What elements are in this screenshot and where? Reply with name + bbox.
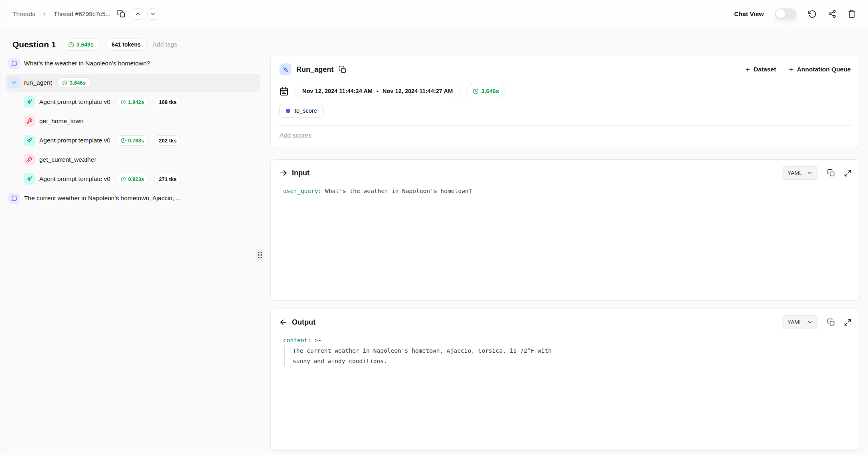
tree-node-tool-call[interactable]: get_home_town — [0, 112, 270, 131]
clock-icon — [473, 88, 479, 94]
trace-tree-panel: Question 1 3.649s 641 tokens Add tags — [0, 28, 270, 455]
tree-node-run-agent[interactable]: run_agent 3.646s — [6, 74, 260, 91]
tree-node-label: get_home_town — [39, 118, 83, 125]
run-detail-panel: Run_agent + Dataset + Annotation Queue — [270, 28, 868, 455]
arrow-right-icon — [279, 169, 287, 177]
chat-view-toggle[interactable] — [775, 8, 797, 19]
panel-resize-handle[interactable] — [256, 250, 263, 260]
clock-icon — [121, 138, 126, 143]
input-yaml-content: user_query: What's the weather in Napole… — [283, 186, 851, 196]
breadcrumb-threads-link[interactable]: Threads — [12, 10, 35, 18]
delete-button[interactable] — [848, 10, 856, 18]
chat-view-label: Chat View — [734, 10, 764, 18]
output-yaml-content: content: >- The current weather in Napol… — [283, 335, 851, 366]
node-duration-badge: 3.646s — [57, 77, 91, 88]
run-header: Run_agent + Dataset + Annotation Queue — [271, 55, 860, 75]
copy-output-button[interactable] — [827, 318, 835, 326]
question-tokens-badge: 641 tokens — [105, 39, 146, 51]
tree-connector — [14, 89, 14, 95]
add-scores-placeholder[interactable]: Add scores — [271, 126, 860, 146]
node-duration-value: 1.942s — [128, 99, 144, 105]
format-select-value: YAML — [787, 319, 802, 325]
plus-icon: + — [789, 66, 793, 73]
calendar-icon — [279, 87, 289, 96]
expand-output-button[interactable] — [844, 319, 852, 326]
tree-connector — [29, 166, 29, 173]
add-to-annotation-queue-button[interactable]: + Annotation Queue — [789, 66, 851, 73]
breadcrumb: Threads Thread #6299c7c5... — [12, 8, 158, 20]
app-window: Threads Thread #6299c7c5... — [0, 0, 868, 455]
run-time-row: Nov 12, 2024 11:44:24 AM - Nov 12, 2024 … — [271, 84, 860, 98]
run-title: Run_agent — [296, 65, 334, 74]
run-summary-card: Run_agent + Dataset + Annotation Queue — [270, 55, 860, 148]
chevron-down-icon — [150, 11, 156, 17]
node-tokens-badge: 271 tks — [154, 174, 181, 184]
sparkles-icon — [24, 96, 35, 108]
breadcrumb-chevron-icon — [42, 11, 47, 17]
run-tags-row: to_score — [271, 104, 860, 118]
tree-node-label: get_current_weather — [39, 156, 96, 163]
tree-node-assistant-message[interactable]: The current weather in Napoleon's hometo… — [0, 189, 270, 208]
copy-icon — [338, 65, 346, 73]
run-duration-badge: 3.646s — [466, 84, 505, 98]
yaml-separator: : — [318, 188, 325, 194]
output-format-select[interactable]: YAML — [782, 315, 818, 329]
refresh-button[interactable] — [808, 10, 817, 18]
tag-label: to_score — [295, 108, 317, 114]
input-card: Input YAML — [270, 159, 860, 301]
tree-node-llm-call[interactable]: Agent prompt template v0 0.923s 271 tks — [0, 169, 270, 189]
tree-node-label: What's the weather in Napoleon's hometow… — [24, 60, 150, 67]
node-duration-value: 0.768s — [128, 138, 144, 144]
node-tokens-badge: 202 tks — [154, 135, 181, 146]
tree-node-llm-call[interactable]: Agent prompt template v0 0.768s 202 tks — [0, 131, 270, 150]
dataset-button-label: Dataset — [754, 66, 776, 73]
tree-node-label: Agent prompt template v0 — [39, 98, 111, 106]
tag-dot-icon — [286, 109, 290, 113]
run-end-time: Nov 12, 2024 11:44:27 AM — [382, 88, 453, 94]
copy-run-button[interactable] — [338, 65, 346, 73]
clock-icon — [68, 42, 74, 48]
chain-run-icon — [279, 63, 291, 75]
copy-input-button[interactable] — [827, 169, 835, 177]
tree-node-llm-call[interactable]: Agent prompt template v0 1.942s 168 tks — [0, 92, 270, 112]
question-duration-value: 3.649s — [77, 41, 94, 48]
tree-connector — [29, 147, 29, 153]
clock-icon — [121, 177, 126, 182]
message-bubble-icon — [8, 193, 20, 204]
node-tokens-badge: 168 tks — [154, 97, 181, 107]
clock-icon — [121, 100, 126, 105]
tree-connector — [14, 70, 14, 76]
main-area: Question 1 3.649s 641 tokens Add tags — [0, 28, 868, 455]
tree-node-tool-call[interactable]: get_current_weather — [0, 150, 270, 169]
yaml-key-line: content: >- — [283, 335, 851, 345]
message-bubble-icon — [8, 58, 20, 69]
clock-icon — [62, 80, 67, 85]
chevron-down-icon — [807, 319, 813, 325]
grip-dots-icon — [258, 252, 262, 258]
yaml-value: What's the weather in Napoleon's hometow… — [325, 188, 472, 194]
run-start-time: Nov 12, 2024 11:44:24 AM — [302, 88, 372, 94]
output-card: Output YAML — [270, 309, 860, 451]
yaml-block-line: sunny and windy conditions. — [293, 356, 851, 366]
node-duration-badge: 0.923s — [116, 174, 149, 184]
copy-thread-id-button[interactable] — [117, 10, 125, 18]
tag-to-score[interactable]: to_score — [279, 104, 324, 118]
share-button[interactable] — [828, 10, 836, 18]
previous-thread-button[interactable] — [132, 8, 143, 20]
next-thread-button[interactable] — [147, 8, 158, 20]
add-to-dataset-button[interactable]: + Dataset — [745, 66, 776, 73]
copy-icon — [827, 318, 835, 326]
tree-node-user-message[interactable]: What's the weather in Napoleon's hometow… — [0, 54, 270, 73]
input-format-select[interactable]: YAML — [782, 166, 818, 180]
share-icon — [828, 10, 836, 18]
chevron-up-icon — [135, 11, 141, 17]
yaml-block-text: The current weather in Napoleon's hometo… — [284, 345, 851, 366]
expand-input-button[interactable] — [844, 169, 852, 177]
collapse-chevron-icon[interactable] — [8, 77, 20, 88]
yaml-separator: : — [308, 337, 314, 343]
chevron-down-icon — [807, 170, 813, 176]
add-tags-button[interactable]: Add tags — [153, 41, 177, 48]
run-time-range: Nov 12, 2024 11:44:24 AM - Nov 12, 2024 … — [295, 84, 460, 98]
tree-connector — [29, 108, 29, 115]
refresh-icon — [808, 10, 817, 18]
